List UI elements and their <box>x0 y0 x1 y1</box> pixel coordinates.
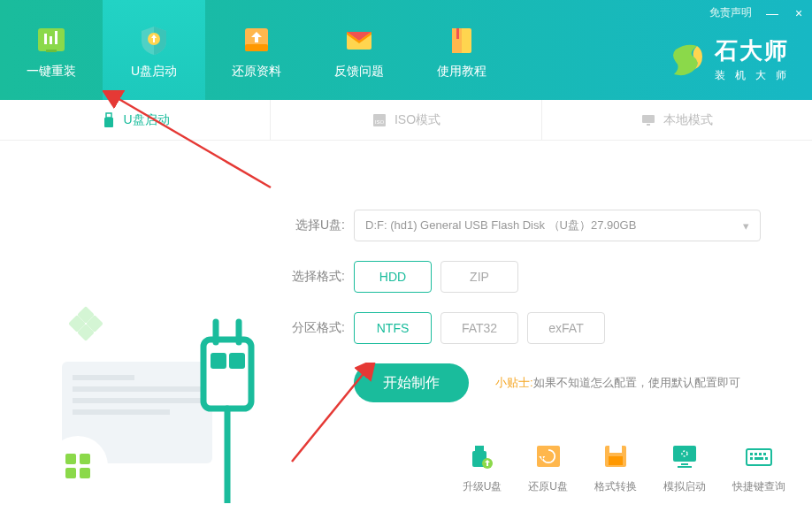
option-fat32[interactable]: FAT32 <box>440 312 518 344</box>
svg-rect-24 <box>73 386 202 392</box>
option-exfat[interactable]: exFAT <box>527 312 605 344</box>
tool-upgrade-usb[interactable]: 升级U盘 <box>463 440 502 494</box>
tip-label: 小贴士: <box>495 376 533 389</box>
brand-subtitle: 装机大师 <box>715 68 796 83</box>
svg-rect-12 <box>106 113 111 118</box>
brand-logo-icon <box>665 39 706 80</box>
nav-tabs: 一键重装 U盘启动 还原资料 反馈问题 使用教程 <box>0 0 513 100</box>
minimize-button[interactable]: — <box>759 4 785 22</box>
label-partition-format: 分区格式: <box>283 320 345 336</box>
svg-rect-54 <box>755 457 763 460</box>
svg-rect-53 <box>750 457 753 460</box>
svg-rect-7 <box>245 44 268 51</box>
svg-rect-35 <box>211 353 226 369</box>
sub-tab-label: ISO模式 <box>395 112 440 128</box>
content: 选择U盘: D:F: (hd1) General USB Flash Disk … <box>0 141 812 512</box>
sub-tabs: U盘启动 ISO ISO模式 本地模式 <box>0 100 812 141</box>
svg-rect-30 <box>65 468 76 478</box>
svg-rect-26 <box>73 409 170 415</box>
option-ntfs[interactable]: NTFS <box>354 312 432 344</box>
svg-rect-3 <box>55 31 57 44</box>
header: 一键重装 U盘启动 还原资料 反馈问题 使用教程 免责声明 <box>0 0 812 100</box>
usb-dropdown-value: D:F: (hd1) General USB Flash Disk （U盘）27… <box>365 218 636 233</box>
nav-tab-label: 反馈问题 <box>334 64 384 80</box>
form-panel: 选择U盘: D:F: (hd1) General USB Flash Disk … <box>274 141 812 512</box>
row-partition-format: 分区格式: NTFS FAT32 exFAT <box>283 312 777 344</box>
svg-text:ISO: ISO <box>375 119 385 125</box>
tool-label: 格式转换 <box>594 479 637 494</box>
nav-tab-feedback[interactable]: 反馈问题 <box>308 0 410 100</box>
svg-rect-1 <box>44 34 47 44</box>
sub-tab-label: 本地模式 <box>663 112 713 128</box>
svg-rect-44 <box>673 446 696 462</box>
nav-tab-label: 还原资料 <box>232 64 281 80</box>
option-zip[interactable]: ZIP <box>440 261 518 293</box>
restore-icon <box>532 440 564 472</box>
nav-tab-reinstall[interactable]: 一键重装 <box>0 0 103 100</box>
close-button[interactable]: × <box>785 4 812 22</box>
tool-hotkey-lookup[interactable]: 快捷键查询 <box>732 440 785 494</box>
usb-dropdown[interactable]: D:F: (hd1) General USB Flash Disk （U盘）27… <box>354 210 761 241</box>
svg-rect-16 <box>642 115 655 123</box>
row-start: 开始制作 小贴士:如果不知道怎么配置，使用默认配置即可 <box>354 363 777 402</box>
svg-rect-13 <box>104 118 113 127</box>
svg-rect-46 <box>681 463 688 465</box>
upload-box-icon <box>238 21 275 58</box>
tool-label: 还原U盘 <box>528 479 568 494</box>
option-hdd[interactable]: HDD <box>354 261 432 293</box>
start-button[interactable]: 开始制作 <box>354 363 469 402</box>
bottom-tools: 升级U盘 还原U盘 格式转换 模拟启动 快捷键查询 <box>463 440 785 494</box>
sub-tab-local[interactable]: 本地模式 <box>542 100 812 140</box>
svg-rect-23 <box>73 375 134 380</box>
monitor-boot-icon <box>669 440 701 472</box>
svg-rect-47 <box>678 466 692 468</box>
nav-tab-label: 一键重装 <box>27 64 76 80</box>
nav-tab-usb-boot[interactable]: U盘启动 <box>103 0 205 100</box>
nav-tab-tutorial[interactable]: 使用教程 <box>410 0 513 100</box>
svg-rect-36 <box>229 353 245 369</box>
label-select-usb: 选择U盘: <box>283 218 345 233</box>
illustration-panel <box>0 141 274 512</box>
svg-rect-32 <box>203 340 251 409</box>
tool-restore-usb[interactable]: 还原U盘 <box>528 440 568 494</box>
tool-format-convert[interactable]: 格式转换 <box>594 440 637 494</box>
svg-rect-50 <box>755 453 757 455</box>
svg-rect-31 <box>80 468 90 478</box>
svg-rect-4 <box>46 50 57 52</box>
tool-simulate-boot[interactable]: 模拟启动 <box>663 440 706 494</box>
svg-rect-28 <box>65 454 76 464</box>
monitor-icon <box>640 112 656 128</box>
tool-label: 快捷键查询 <box>732 479 785 494</box>
tip-body: 如果不知道怎么配置，使用默认配置即可 <box>533 376 740 389</box>
nav-tab-restore[interactable]: 还原资料 <box>205 0 308 100</box>
nav-tab-label: U盘启动 <box>131 64 177 80</box>
sub-tab-usb-boot[interactable]: U盘启动 <box>0 100 271 140</box>
svg-rect-11 <box>456 28 459 39</box>
tip-text: 小贴士:如果不知道怎么配置，使用默认配置即可 <box>495 375 740 391</box>
keyboard-icon <box>743 440 775 472</box>
svg-rect-55 <box>765 457 768 460</box>
usb-shield-icon <box>135 21 172 58</box>
usb-icon <box>101 112 117 128</box>
partition-options: NTFS FAT32 exFAT <box>354 312 605 344</box>
tool-label: 模拟启动 <box>663 479 706 494</box>
svg-rect-37 <box>475 446 484 451</box>
iso-icon: ISO <box>372 112 387 128</box>
disclaimer-link[interactable]: 免责声明 <box>702 2 759 24</box>
label-select-format: 选择格式: <box>283 269 345 285</box>
svg-point-27 <box>48 436 108 496</box>
chevron-down-icon: ▾ <box>743 219 749 233</box>
svg-rect-2 <box>50 36 52 44</box>
svg-rect-49 <box>750 453 753 455</box>
svg-rect-29 <box>80 454 90 464</box>
sub-tab-iso[interactable]: ISO ISO模式 <box>271 100 541 140</box>
svg-rect-43 <box>609 456 623 465</box>
row-select-usb: 选择U盘: D:F: (hd1) General USB Flash Disk … <box>283 210 777 241</box>
row-select-format: 选择格式: HDD ZIP <box>283 261 777 293</box>
svg-rect-17 <box>647 124 650 126</box>
svg-rect-51 <box>759 453 762 455</box>
usb-illustration <box>35 185 265 503</box>
format-options: HDD ZIP <box>354 261 518 293</box>
mail-icon <box>341 21 378 58</box>
usb-upgrade-icon <box>466 440 498 472</box>
